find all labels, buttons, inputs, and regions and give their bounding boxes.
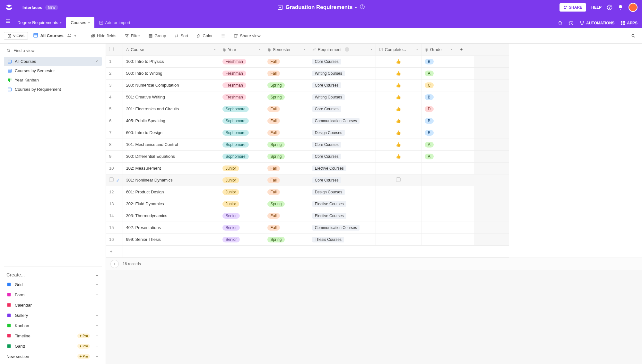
- cell-year[interactable]: Sophomore: [219, 103, 264, 115]
- sidebar-view-item[interactable]: All Courses✓: [4, 57, 102, 66]
- find-view-input[interactable]: [13, 48, 99, 53]
- cell-semester[interactable]: Fall: [264, 115, 309, 127]
- table-row[interactable]: 10 102: Measurement Junior Fall Elective…: [106, 162, 509, 174]
- cell-completed[interactable]: [376, 233, 421, 245]
- cell-completed[interactable]: 👍: [376, 79, 421, 91]
- cell-completed[interactable]: [376, 198, 421, 210]
- cell-completed[interactable]: [376, 222, 421, 233]
- table-tab[interactable]: Degree Requirements▾: [13, 17, 66, 28]
- user-avatar[interactable]: [629, 3, 638, 12]
- row-number[interactable]: 16: [106, 233, 123, 245]
- cell-completed[interactable]: 👍: [376, 91, 421, 103]
- row-number[interactable]: ⤢: [106, 174, 123, 186]
- cell-semester[interactable]: Spring: [264, 91, 309, 103]
- row-number[interactable]: 8: [106, 139, 123, 150]
- cell-completed[interactable]: [376, 186, 421, 198]
- thumbs-up-icon[interactable]: 👍: [396, 106, 401, 111]
- create-view-item[interactable]: New section✦ Pro＋: [4, 351, 102, 361]
- cell-requirement[interactable]: Thesis Courses: [309, 233, 376, 245]
- cell-semester[interactable]: Fall: [264, 67, 309, 79]
- cell-course[interactable]: 200: Numerical Computation: [123, 79, 219, 91]
- cell-requirement[interactable]: Design Courses: [309, 127, 376, 139]
- cell-year[interactable]: Sophomore: [219, 115, 264, 127]
- add-or-import[interactable]: Add or import: [94, 17, 135, 28]
- cell-requirement[interactable]: Core Courses: [309, 139, 376, 150]
- create-view-item[interactable]: Timeline✦ Pro＋: [4, 331, 102, 341]
- share-button[interactable]: SHARE: [560, 3, 586, 12]
- cell-requirement[interactable]: Writing Courses: [309, 91, 376, 103]
- cell-requirement[interactable]: Core Courses: [309, 174, 376, 186]
- row-number[interactable]: 9: [106, 150, 123, 162]
- add-record-row[interactable]: ＋: [106, 245, 123, 257]
- table-row[interactable]: 1 100: Intro to Physics Freshman Fall Co…: [106, 55, 509, 67]
- table-row[interactable]: 9 300: Differential Equations Sophomore …: [106, 150, 509, 162]
- thumbs-up-icon[interactable]: 👍: [396, 83, 401, 88]
- table-row[interactable]: 2 500: Intro to Writing Freshman Fall Wr…: [106, 67, 509, 79]
- cell-requirement[interactable]: Elective Courses: [309, 198, 376, 210]
- current-view[interactable]: All Courses ▾: [33, 33, 76, 39]
- row-checkbox[interactable]: [109, 177, 114, 182]
- cell-grade[interactable]: [421, 162, 456, 174]
- cell-completed[interactable]: 👍: [376, 55, 421, 67]
- cell-grade[interactable]: D: [421, 103, 456, 115]
- cell-grade[interactable]: [421, 198, 456, 210]
- cell-year[interactable]: Junior: [219, 198, 264, 210]
- cell-grade[interactable]: [421, 233, 456, 245]
- cell-course[interactable]: 301: Nonlinear Dynamics: [123, 174, 219, 186]
- row-number[interactable]: 3: [106, 79, 123, 91]
- row-number[interactable]: 7: [106, 127, 123, 139]
- row-number[interactable]: 13: [106, 198, 123, 210]
- cell-year[interactable]: Sophomore: [219, 139, 264, 150]
- cell-course[interactable]: 501: Creative Writing: [123, 91, 219, 103]
- cell-semester[interactable]: Spring: [264, 233, 309, 245]
- automations-link[interactable]: AUTOMATIONS: [579, 21, 614, 26]
- menu-icon[interactable]: [5, 18, 11, 25]
- cell-semester[interactable]: Spring: [264, 150, 309, 162]
- cell-year[interactable]: Junior: [219, 162, 264, 174]
- cell-semester[interactable]: Fall: [264, 186, 309, 198]
- thumbs-up-icon[interactable]: 👍: [396, 142, 401, 147]
- table-row[interactable]: 4 501: Creative Writing Freshman Spring …: [106, 91, 509, 103]
- table-row[interactable]: 5 201: Electronics and Circuits Sophomor…: [106, 103, 509, 115]
- row-number[interactable]: 1: [106, 55, 123, 67]
- create-view-item[interactable]: Gallery＋: [4, 310, 102, 320]
- cell-completed[interactable]: 👍: [376, 127, 421, 139]
- cell-grade[interactable]: C: [421, 79, 456, 91]
- cell-semester[interactable]: Spring: [264, 139, 309, 150]
- column-header-course[interactable]: ACourse▾: [123, 44, 219, 55]
- cell-grade[interactable]: [421, 186, 456, 198]
- column-header-requirement[interactable]: ⇄Requirementi▾: [309, 44, 376, 55]
- cell-year[interactable]: Freshman: [219, 79, 264, 91]
- thumbs-up-icon[interactable]: 👍: [396, 59, 401, 64]
- sidebar-view-item[interactable]: Courses by Semester: [4, 66, 102, 75]
- sidebar-view-item[interactable]: Courses by Requirement: [4, 85, 102, 94]
- cell-grade[interactable]: A: [421, 67, 456, 79]
- create-view-item[interactable]: Kanban＋: [4, 320, 102, 331]
- create-view-item[interactable]: Calendar＋: [4, 300, 102, 310]
- create-view-item[interactable]: Grid＋: [4, 279, 102, 290]
- cell-semester[interactable]: Spring: [264, 198, 309, 210]
- table-row[interactable]: 16 999: Senior Thesis Senior Spring Thes…: [106, 233, 509, 245]
- table-row[interactable]: 7 600: Intro to Design Sophomore Fall De…: [106, 127, 509, 139]
- apps-link[interactable]: APPS: [620, 21, 638, 26]
- cell-completed[interactable]: [376, 174, 421, 186]
- find-view-search[interactable]: [4, 46, 102, 55]
- cell-grade[interactable]: A: [421, 150, 456, 162]
- cell-course[interactable]: 101: Mechanics and Control: [123, 139, 219, 150]
- cell-completed[interactable]: 👍: [376, 103, 421, 115]
- expand-icon[interactable]: ⤢: [116, 178, 119, 183]
- row-number[interactable]: 2: [106, 67, 123, 79]
- cell-requirement[interactable]: Communication Courses: [309, 222, 376, 233]
- trash-icon[interactable]: [558, 21, 563, 26]
- add-record-button[interactable]: ＋: [110, 260, 119, 268]
- app-logo[interactable]: [4, 3, 13, 12]
- cell-requirement[interactable]: Elective Courses: [309, 162, 376, 174]
- column-header-semester[interactable]: ◉Semester▾: [264, 44, 309, 55]
- row-number[interactable]: 15: [106, 222, 123, 233]
- table-row[interactable]: 6 405: Public Speaking Sophomore Fall Co…: [106, 115, 509, 127]
- thumbs-up-icon[interactable]: 👍: [396, 154, 401, 159]
- thumbs-up-icon[interactable]: 👍: [396, 118, 401, 123]
- table-row[interactable]: 3 200: Numerical Computation Freshman Sp…: [106, 79, 509, 91]
- cell-grade[interactable]: [421, 210, 456, 222]
- base-title-area[interactable]: Graduation Requirements ▾: [277, 4, 365, 11]
